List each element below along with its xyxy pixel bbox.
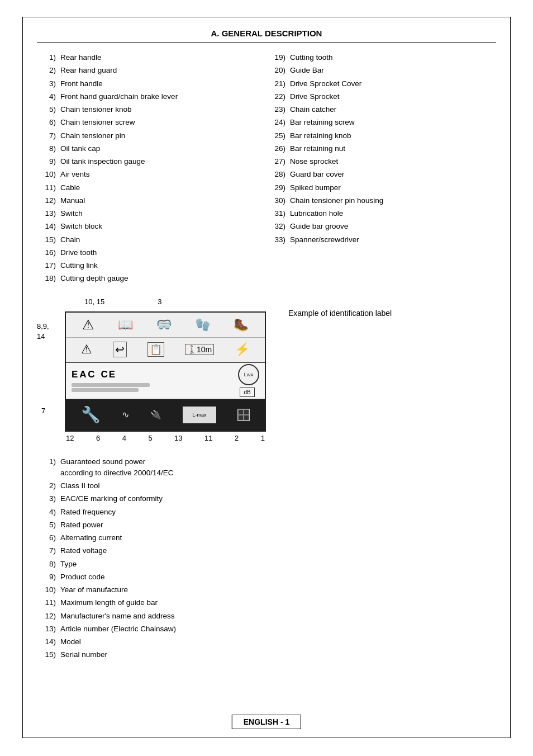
item-number: 9) xyxy=(37,156,58,167)
diagram-container: 10, 15 3 8,9,14 7 ⚠ 📖 xyxy=(37,297,272,442)
item-text: Lubrication hole xyxy=(290,208,343,219)
label-item-text: Article number (Electric Chainsaw) xyxy=(60,623,176,635)
list-item: 21)Drive Sprocket Cover xyxy=(266,78,496,89)
item-number: 22) xyxy=(266,91,288,102)
item-number: 33) xyxy=(266,234,288,245)
label-item-number: 12) xyxy=(37,611,58,622)
list-item: 1)Rear handle xyxy=(37,52,266,63)
right-column: 19)Cutting tooth20)Guide Bar21)Drive Spr… xyxy=(266,52,496,286)
item-text: Manual xyxy=(60,195,85,206)
diagram-section: 10, 15 3 8,9,14 7 ⚠ 📖 xyxy=(37,297,496,442)
glove-icon: 🧤 xyxy=(195,318,210,332)
item-text: Rear hand guard xyxy=(60,65,117,76)
bottom-label-5: 5 xyxy=(148,434,152,442)
list-item: 18)Cutting depth gauge xyxy=(37,273,266,284)
label-item-number: 10) xyxy=(37,584,58,596)
label-list-item: 12)Manufacturer's name and address xyxy=(37,611,496,622)
item-text: Chain tensioner screw xyxy=(60,117,135,128)
boot-icon: 🥾 xyxy=(234,318,249,332)
list-item: 26)Bar retaining nut xyxy=(266,143,496,154)
label-item-number: 4) xyxy=(37,507,58,518)
label-list-item: 2)Class II tool xyxy=(37,480,496,492)
parts-list: 1)Rear handle2)Rear hand guard3)Front ha… xyxy=(37,52,496,286)
item-number: 32) xyxy=(266,221,288,232)
label-item-text: Year of manufacture xyxy=(60,584,128,596)
bottom-label-6: 6 xyxy=(96,434,100,442)
list-item: 33)Spanner/screwdriver xyxy=(266,234,496,245)
item-number: 3) xyxy=(37,78,58,89)
item-number: 26) xyxy=(266,143,288,154)
item-number: 14) xyxy=(37,221,58,232)
item-number: 30) xyxy=(266,195,288,206)
label-item-number: 14) xyxy=(37,636,58,648)
item-text: Front handle xyxy=(60,78,103,89)
eac-text: ЕАС xyxy=(72,369,96,380)
label-item-text: Class II tool xyxy=(60,480,100,492)
section-title: A. GENERAL DESCRIPTION xyxy=(37,29,496,43)
list-item: 17)Cutting link xyxy=(37,260,266,271)
bottom-label-13: 13 xyxy=(174,434,182,442)
item-number: 21) xyxy=(266,78,288,89)
item-text: Guide bar groove xyxy=(290,221,348,232)
electrical-hazard-icon: ⚡ xyxy=(235,342,250,357)
item-number: 19) xyxy=(266,52,288,63)
label-item-number: 9) xyxy=(37,571,58,583)
item-number: 24) xyxy=(266,117,288,128)
list-item: 30)Chain tensioner pin housing xyxy=(266,195,496,206)
data-box: L-max xyxy=(183,407,216,423)
read-manual-icon: 📖 xyxy=(118,318,133,332)
bottom-label-11: 11 xyxy=(204,434,212,442)
list-item: 6)Chain tensioner screw xyxy=(37,117,266,128)
item-number: 29) xyxy=(266,182,288,193)
item-text: Spanner/screwdriver xyxy=(290,234,359,245)
item-text: Switch xyxy=(60,208,83,219)
bottom-label-1: 1 xyxy=(261,434,265,442)
item-text: Nose sprocket xyxy=(290,156,338,167)
list-item: 23)Chain catcher xyxy=(266,104,496,115)
ce-text: CE xyxy=(101,369,116,380)
plate-bottom: 🔧 ∿ 🔌 L-max xyxy=(66,399,265,431)
item-number: 31) xyxy=(266,208,288,219)
label-plate: ⚠ 📖 🥽 🧤 🥾 ⚠ xyxy=(65,311,266,432)
list-item: 15)Chain xyxy=(37,234,266,245)
list-item: 25)Bar retaining knob xyxy=(266,130,496,141)
list-item: 14)Switch block xyxy=(37,221,266,232)
label-item-text: Rated power xyxy=(60,519,103,531)
item-number: 5) xyxy=(37,104,58,115)
label-item-number: 3) xyxy=(37,493,58,504)
plate-inner: ⚠ 📖 🥽 🧤 🥾 ⚠ xyxy=(66,313,265,431)
list-item: 22)Drive Sprocket xyxy=(266,91,496,102)
lwa-circle: LWA xyxy=(238,364,259,385)
item-number: 6) xyxy=(37,117,58,128)
item-text: Oil tank inspection gauge xyxy=(60,156,145,167)
left-column: 1)Rear handle2)Rear hand guard3)Front ha… xyxy=(37,52,266,286)
label-list-item: 5)Rated power xyxy=(37,519,496,531)
label-list-item: 3)EAC/CE marking of conformity xyxy=(37,493,496,504)
item-text: Drive Sprocket xyxy=(290,91,340,102)
item-text: Chain tensioner knob xyxy=(60,104,132,115)
list-item: 13)Switch xyxy=(37,208,266,219)
label-list-item: 7)Rated voltage xyxy=(37,545,496,556)
chainsaw-illustration: 🔧 xyxy=(81,405,101,424)
item-number: 16) xyxy=(37,247,58,258)
label-item-text: Model xyxy=(60,636,81,648)
item-number: 10) xyxy=(37,169,58,180)
label-item-number: 8) xyxy=(37,559,58,570)
label-item-number: 6) xyxy=(37,532,58,544)
list-item: 24)Bar retaining screw xyxy=(266,117,496,128)
identification-label-heading: Example of identification label xyxy=(288,309,496,318)
item-text: Bar retaining nut xyxy=(290,143,345,154)
label-item-text: Product code xyxy=(60,571,105,583)
item-number: 28) xyxy=(266,169,288,180)
label-list-item: 6)Alternating current xyxy=(37,532,496,544)
item-number: 25) xyxy=(266,130,288,141)
bottom-label-4: 4 xyxy=(122,434,126,442)
list-item: 12)Manual xyxy=(37,195,266,206)
bottom-label-12: 12 xyxy=(66,434,74,442)
label-item-number: 1) xyxy=(37,456,58,479)
list-item: 2)Rear hand guard xyxy=(37,65,266,76)
label-item-number: 15) xyxy=(37,649,58,660)
list-item: 3)Front handle xyxy=(37,78,266,89)
diagram-wrapper: 8,9,14 7 ⚠ 📖 🥽 🧤 xyxy=(37,311,272,442)
list-item: 31)Lubrication hole xyxy=(266,208,496,219)
